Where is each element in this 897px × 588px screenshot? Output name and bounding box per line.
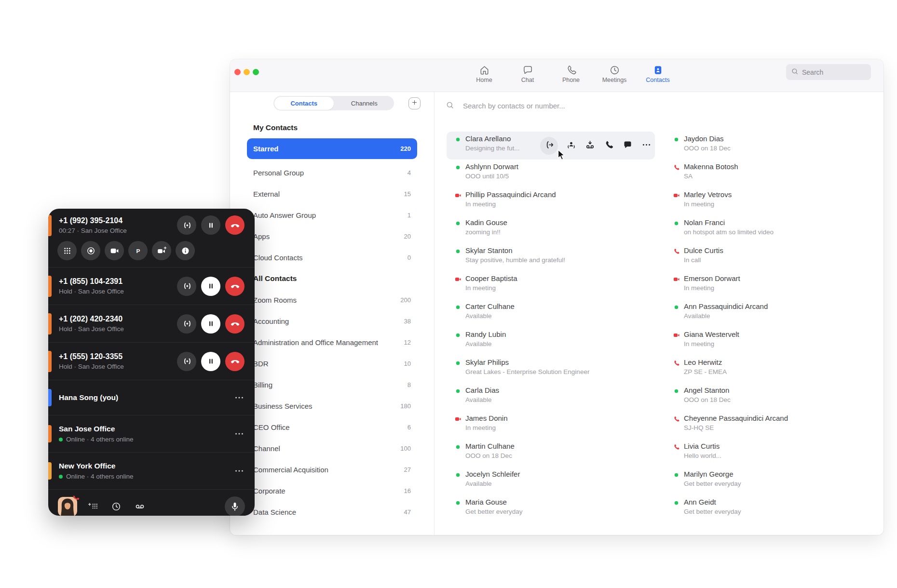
- sidebar-item-accounting[interactable]: Accounting38: [247, 310, 417, 332]
- global-search-input[interactable]: Search: [786, 64, 871, 80]
- line-row-san-jose-office[interactable]: San Jose OfficeOnline · 4 others online: [48, 415, 255, 452]
- contact-texts: Maria GouseGet better everyday: [465, 498, 523, 515]
- contact-row-kadin-gouse[interactable]: Kadin Gousezooming in!!: [447, 215, 655, 243]
- contact-row-ashlynn-dorwart[interactable]: Ashlynn DorwartOOO until 10/5: [447, 160, 655, 187]
- held-call-row[interactable]: +1 (555) 120-3355Hold · San Jose Office: [48, 343, 255, 380]
- contact-row-nolan-franci[interactable]: Nolan Francion hotspot atm so limited vi…: [665, 215, 873, 243]
- contact-row-cheyenne-passaquindici-arcand[interactable]: Cheyenne Passaquindici ArcandSJ-HQ SE: [665, 411, 873, 439]
- contact-row-ann-geidt[interactable]: Ann GeidtGet better everyday: [665, 495, 873, 523]
- line-menu-button[interactable]: [234, 466, 245, 476]
- microphone-button[interactable]: [225, 496, 245, 516]
- transfer-call-button[interactable]: [177, 277, 196, 296]
- transfer-call-button[interactable]: [177, 352, 196, 371]
- contact-row-jaydon-dias[interactable]: Jaydon DiasOOO on 18 Dec: [665, 132, 873, 160]
- sidebar-item-bdr[interactable]: BDR10: [247, 353, 417, 374]
- more-button[interactable]: [640, 140, 652, 151]
- sidebar-item-cloud-contacts[interactable]: Cloud Contacts0: [247, 247, 417, 268]
- contact-row-phillip-passaquindici-arcand[interactable]: Phillip Passaquindici ArcandIn meeting: [447, 187, 655, 215]
- contact-column-2: Jaydon DiasOOO on 18 DecMakenna BotoshSA…: [665, 132, 873, 523]
- sidebar-item-auto-answer-group[interactable]: Auto Answer Group1: [247, 204, 417, 226]
- chat-button[interactable]: [622, 140, 633, 151]
- contact-row-skylar-philips[interactable]: Skylar PhilipsGreat Lakes - Enterprise S…: [447, 355, 655, 383]
- voicemail-button[interactable]: [132, 498, 148, 515]
- line-row-new-york-office[interactable]: New York OfficeOnline · 4 others online: [48, 453, 255, 489]
- add-contact-button[interactable]: [408, 97, 421, 109]
- keypad-button[interactable]: [57, 241, 77, 260]
- line-menu-button[interactable]: [234, 392, 245, 403]
- sidebar-item-external[interactable]: External15: [247, 183, 417, 204]
- contact-row-clara-arellano[interactable]: Clara ArellanoDesigning the fut...: [447, 132, 655, 160]
- contact-name: Marilyn George: [684, 470, 741, 478]
- contact-row-ann-passaquindici-arcand[interactable]: Ann Passaquindici ArcandAvailable: [665, 299, 873, 327]
- sidebar-tab-channels[interactable]: Channels: [335, 96, 394, 110]
- call-button[interactable]: [603, 140, 614, 151]
- contact-row-carla-dias[interactable]: Carla DiasAvailable: [447, 383, 655, 411]
- hold-call-button[interactable]: [201, 215, 220, 235]
- held-call-row[interactable]: +1 (202) 420-2340Hold · San Jose Office: [48, 305, 255, 342]
- contact-row-randy-lubin[interactable]: Randy LubinAvailable: [447, 327, 655, 355]
- contact-row-carter-culhane[interactable]: Carter CulhaneAvailable: [447, 299, 655, 327]
- resume-call-button[interactable]: [201, 314, 220, 334]
- contact-row-leo-herwitz[interactable]: Leo HerwitzZP SE - EMEA: [665, 355, 873, 383]
- contacts-search-input[interactable]: Search by contacts or number...: [446, 98, 883, 113]
- sidebar-tab-contacts[interactable]: Contacts: [274, 97, 334, 110]
- tab-phone[interactable]: Phone: [554, 62, 588, 83]
- contact-row-angel-stanton[interactable]: Angel StantonOOO on 18 Dec: [665, 383, 873, 411]
- line-menu-button[interactable]: [234, 428, 245, 439]
- contact-row-livia-curtis[interactable]: Livia CurtisHello world...: [665, 439, 873, 467]
- contact-row-giana-westervelt[interactable]: Giana WesterveltIn meeting: [665, 327, 873, 355]
- zoom-window-button[interactable]: [253, 69, 259, 75]
- held-call-row[interactable]: +1 (855) 104-2391Hold · San Jose Office: [48, 267, 255, 305]
- contact-row-marilyn-george[interactable]: Marilyn GeorgeGet better everyday: [665, 467, 873, 495]
- contact-row-dulce-curtis[interactable]: Dulce CurtisIn call: [665, 243, 873, 271]
- group-count: 100: [400, 445, 411, 452]
- end-call-button[interactable]: [225, 277, 245, 296]
- contact-row-emerson-dorwart[interactable]: Emerson DorwartIn meeting: [665, 271, 873, 299]
- history-button[interactable]: [108, 498, 124, 515]
- sidebar-item-billing[interactable]: Billing8: [247, 374, 417, 395]
- send-to-voicemail-button[interactable]: [584, 140, 596, 151]
- contact-row-james-donin[interactable]: James DoninIn meeting: [447, 411, 655, 439]
- tab-chat[interactable]: Chat: [511, 62, 544, 83]
- close-window-button[interactable]: [234, 69, 241, 75]
- sidebar-item-data-science[interactable]: Data Science47: [247, 501, 417, 522]
- contact-row-cooper-baptista[interactable]: Cooper BaptistaIn meeting: [447, 271, 655, 299]
- contact-row-martin-culhane[interactable]: Martin CulhaneOOO on 18 Dec: [447, 439, 655, 467]
- tab-contacts[interactable]: Contacts: [641, 62, 675, 83]
- contact-row-jocelyn-schleifer[interactable]: Jocelyn SchleiferAvailable: [447, 467, 655, 495]
- active-call-row[interactable]: +1 (992) 395-210400:27 · San Jose Office: [48, 215, 255, 235]
- line-row-hana-song-you[interactable]: Hana Song (you): [48, 380, 255, 415]
- dialpad-add-button[interactable]: [84, 498, 101, 515]
- sidebar-item-business-services[interactable]: Business Services180: [247, 395, 417, 416]
- sidebar-item-administration-and-office-management[interactable]: Administration and Office Management12: [247, 332, 417, 353]
- minimize-window-button[interactable]: [244, 69, 250, 75]
- sidebar-item-zoom-rooms[interactable]: Zoom Rooms200: [247, 289, 417, 310]
- tab-home[interactable]: Home: [467, 62, 501, 83]
- sidebar-item-channel[interactable]: Channel100: [247, 438, 417, 459]
- contact-row-makenna-botosh[interactable]: Makenna BotoshSA: [665, 160, 873, 187]
- contact-row-skylar-stanton[interactable]: Skylar StantonStay positive, humble and …: [447, 243, 655, 271]
- park-button[interactable]: P: [128, 241, 148, 260]
- record-button[interactable]: [81, 241, 100, 260]
- video-button[interactable]: [105, 241, 124, 260]
- end-call-button[interactable]: [225, 314, 245, 334]
- sidebar-item-commercial-acquisition[interactable]: Commercial Acquisition27: [247, 459, 417, 480]
- resume-call-button[interactable]: [201, 352, 220, 371]
- sidebar-item-starred[interactable]: Starred220: [247, 138, 417, 159]
- contact-row-maria-gouse[interactable]: Maria GouseGet better everyday: [447, 495, 655, 523]
- transfer-call-button[interactable]: [177, 314, 196, 334]
- tab-meetings[interactable]: Meetings: [598, 62, 631, 83]
- end-call-button[interactable]: [225, 215, 245, 235]
- sidebar-item-apps[interactable]: Apps20: [247, 226, 417, 247]
- sidebar-item-personal-group[interactable]: Personal Group4: [247, 162, 417, 183]
- transfer-call-button[interactable]: [177, 215, 196, 235]
- resume-call-button[interactable]: [201, 277, 220, 296]
- video-add-button[interactable]: [152, 241, 171, 260]
- end-call-button[interactable]: [225, 352, 245, 371]
- contact-row-marley-vetrovs[interactable]: Marley VetrovsIn meeting: [665, 187, 873, 215]
- info-button[interactable]: [176, 241, 195, 260]
- sidebar-item-corporate[interactable]: Corporate16: [247, 480, 417, 501]
- sidebar-item-ceo-office[interactable]: CEO Office6: [247, 416, 417, 438]
- contact-texts: Carla DiasAvailable: [465, 386, 499, 403]
- user-avatar[interactable]: [58, 497, 77, 516]
